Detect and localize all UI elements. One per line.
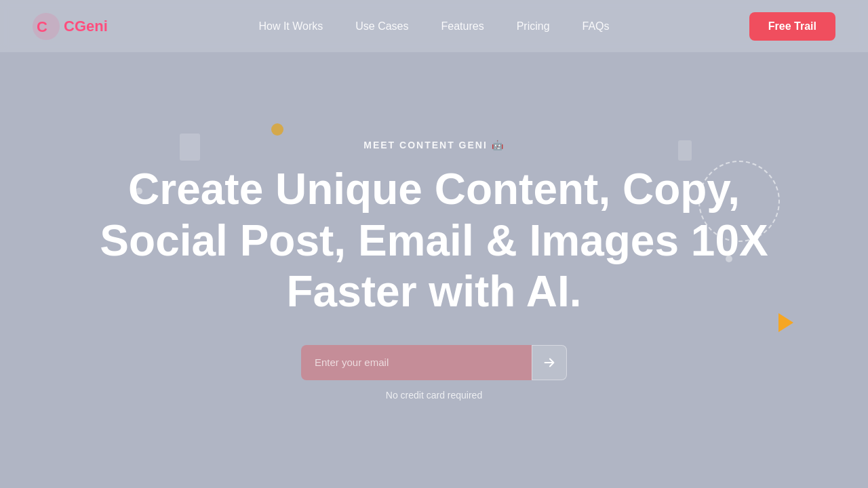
svg-text:C: C bbox=[37, 18, 47, 35]
nav-use-cases[interactable]: Use Cases bbox=[355, 20, 408, 33]
deco-dot-gold bbox=[271, 123, 283, 136]
deco-circle-dashed bbox=[698, 161, 780, 242]
nav-faqs[interactable]: FAQs bbox=[583, 20, 610, 33]
deco-dot-2 bbox=[726, 256, 732, 262]
nav-features[interactable]: Features bbox=[441, 20, 484, 33]
logo[interactable]: C CGeni bbox=[33, 13, 108, 40]
hero-email-input[interactable] bbox=[301, 345, 532, 380]
hero-section: MEET CONTENT GENI 🤖 Create Unique Conten… bbox=[0, 52, 868, 488]
nav-links: How It Works Use Cases Features Pricing … bbox=[258, 20, 609, 33]
logo-name: Geni bbox=[75, 18, 108, 35]
logo-text: CGeni bbox=[64, 18, 108, 35]
hero-form bbox=[301, 345, 567, 380]
hero-no-cc: No credit card required bbox=[386, 390, 482, 401]
deco-rect-tl bbox=[180, 134, 200, 161]
deco-dot-1 bbox=[136, 188, 142, 195]
hero-tagline: MEET CONTENT GENI 🤖 bbox=[363, 140, 504, 150]
deco-triangle-orange bbox=[778, 313, 793, 332]
send-icon bbox=[542, 355, 557, 370]
hero-title: Create Unique Content, Copy, Social Post… bbox=[78, 164, 790, 318]
deco-rect-tr bbox=[678, 140, 692, 161]
nav-how-it-works[interactable]: How It Works bbox=[258, 20, 323, 33]
navbar: C CGeni How It Works Use Cases Features … bbox=[0, 0, 868, 52]
logo-icon: C bbox=[33, 13, 60, 40]
hero-submit-button[interactable] bbox=[532, 345, 567, 380]
nav-pricing[interactable]: Pricing bbox=[517, 20, 550, 33]
free-trail-button[interactable]: Free Trail bbox=[749, 12, 835, 41]
